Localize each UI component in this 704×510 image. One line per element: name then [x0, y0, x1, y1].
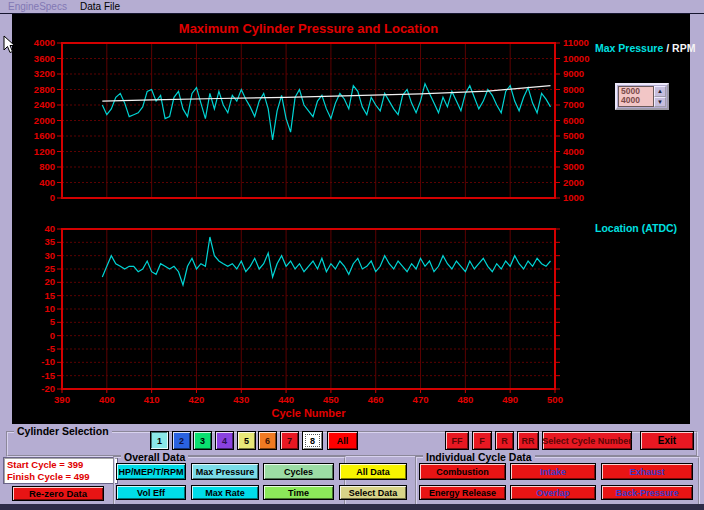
chart-title: Maximum Cylinder Pressure and Location — [62, 21, 555, 36]
left-tick-label: 20 — [44, 276, 55, 287]
rezero-data-button[interactable]: Re-zero Data — [12, 486, 104, 501]
left-tick-label: 10 — [44, 303, 55, 314]
spinner-value-bottom: 4000 — [621, 96, 653, 105]
cylinder-button-2[interactable]: 2 — [172, 431, 191, 450]
right-tick-label: 10000 — [563, 53, 589, 64]
cycle-range-info: Start Cycle = 399 Finish Cycle = 499 — [3, 457, 118, 484]
overlap-button[interactable]: Overlap — [510, 485, 596, 500]
right-tick-label: 4000 — [563, 146, 584, 157]
left-tick-label: 3600 — [34, 53, 55, 64]
individual-cycle-data-label: Individual Cycle Data — [423, 451, 535, 463]
time-button[interactable]: Time — [263, 485, 334, 500]
forward-button[interactable]: F — [472, 431, 492, 450]
cylinder-button-1[interactable]: 1 — [150, 431, 169, 450]
legend-rpm-label: / RPM — [663, 42, 695, 54]
max-pressure-button[interactable]: Max Pressure — [191, 463, 259, 480]
cylinder-button-4[interactable]: 4 — [215, 431, 234, 450]
back-pressure-button[interactable]: Back-Pressure — [601, 485, 693, 500]
hp-mep-t-rpm-button[interactable]: HP/MEP/T/RPM — [116, 463, 186, 480]
left-tick-label: 2400 — [34, 99, 55, 110]
left-tick-label: 1200 — [34, 146, 55, 157]
fast-reverse-button[interactable]: RR — [517, 431, 539, 450]
left-tick-label: 3200 — [34, 68, 55, 79]
intake-button[interactable]: Intake — [510, 463, 596, 480]
right-tick-label: 8000 — [563, 84, 584, 95]
left-tick-label: 30 — [44, 250, 55, 261]
left-tick-label: 1600 — [34, 130, 55, 141]
left-tick-label: 40 — [44, 223, 55, 234]
right-tick-label: 2000 — [563, 177, 584, 188]
max-pressure-rpm-spinner[interactable]: 5000 4000 ▲ ▼ — [615, 83, 669, 110]
all-data-button[interactable]: All Data — [339, 463, 407, 480]
x-tick-label: 440 — [278, 394, 294, 405]
mouse-cursor-icon — [3, 35, 17, 55]
cylinder-button-5[interactable]: 5 — [237, 431, 256, 450]
cylinder-button-8[interactable]: 8 — [302, 431, 323, 450]
right-tick-label: 1000 — [563, 192, 584, 203]
engine-analysis-window: { "window": {"bg": "#b5add2", "panel_bg"… — [0, 0, 704, 510]
select-cycle-number-button[interactable]: Select Cycle Number — [542, 431, 632, 450]
menu-data-file[interactable]: Data File — [80, 0, 120, 13]
left-tick-label: 25 — [44, 263, 55, 274]
x-tick-label: 450 — [323, 394, 339, 405]
left-tick-label: -15 — [41, 370, 55, 381]
legend-pressure-label: Max Pressure — [595, 42, 663, 54]
left-tick-label: 2800 — [34, 84, 55, 95]
menu-bar: EngineSpecs Data File — [0, 0, 704, 14]
right-tick-label: 9000 — [563, 68, 584, 79]
menu-enginespecs[interactable]: EngineSpecs — [8, 0, 67, 13]
cylinder-button-7[interactable]: 7 — [280, 431, 299, 450]
cylinder-selection-label: Cylinder Selection — [14, 425, 112, 437]
fast-forward-button[interactable]: FF — [445, 431, 469, 450]
spinner-up-button[interactable]: ▲ — [654, 86, 666, 97]
combustion-button[interactable]: Combustion — [419, 463, 506, 480]
chart-panel: 4000360032002800240020001600120080040001… — [12, 14, 690, 424]
left-tick-label: 15 — [44, 290, 55, 301]
x-tick-label: 460 — [368, 394, 384, 405]
pressure-location-chart: 4000360032002800240020001600120080040001… — [12, 14, 690, 424]
spinner-down-button[interactable]: ▼ — [654, 97, 666, 108]
series-location — [102, 237, 550, 285]
x-tick-label: 400 — [99, 394, 115, 405]
x-tick-label: 490 — [502, 394, 518, 405]
cylinder-button-3[interactable]: 3 — [193, 431, 212, 450]
x-axis-title: Cycle Number — [272, 407, 347, 419]
x-tick-label: 500 — [547, 394, 563, 405]
right-tick-label: 3000 — [563, 161, 584, 172]
select-data-button[interactable]: Select Data — [339, 485, 407, 500]
right-tick-label: 11000 — [563, 37, 589, 48]
window-bottom-edge — [0, 504, 704, 510]
left-tick-label: 4000 — [34, 37, 55, 48]
left-tick-label: -20 — [41, 383, 55, 394]
x-tick-label: 430 — [233, 394, 249, 405]
cycles-button[interactable]: Cycles — [263, 463, 334, 480]
x-tick-label: 480 — [457, 394, 473, 405]
series-max-pressure — [102, 84, 550, 140]
finish-cycle-text: Finish Cycle = 499 — [7, 471, 117, 483]
vol-eff-button[interactable]: Vol Eff — [116, 485, 186, 500]
exhaust-button[interactable]: Exhaust — [601, 463, 693, 480]
left-tick-label: 800 — [39, 161, 55, 172]
start-cycle-text: Start Cycle = 399 — [7, 459, 117, 471]
left-tick-label: 2000 — [34, 115, 55, 126]
series-rpm — [102, 86, 550, 102]
energy-release-button[interactable]: Energy Release — [419, 485, 506, 500]
left-tick-label: -10 — [41, 356, 55, 367]
x-tick-label: 470 — [413, 394, 429, 405]
overall-data-label: Overall Data — [121, 451, 188, 463]
cylinder-button-all[interactable]: All — [327, 431, 358, 450]
reverse-button[interactable]: R — [495, 431, 514, 450]
x-tick-label: 410 — [144, 394, 160, 405]
left-tick-label: 400 — [39, 177, 55, 188]
x-tick-label: 390 — [54, 394, 70, 405]
spinner-values: 5000 4000 — [618, 86, 654, 107]
max-rate-button[interactable]: Max Rate — [191, 485, 259, 500]
left-tick-label: 5 — [50, 316, 56, 327]
right-tick-label: 7000 — [563, 99, 584, 110]
x-tick-label: 420 — [189, 394, 205, 405]
left-tick-label: 0 — [50, 192, 55, 203]
left-tick-label: -5 — [47, 343, 56, 354]
exit-button[interactable]: Exit — [640, 431, 694, 450]
left-tick-label: 35 — [44, 236, 55, 247]
cylinder-button-6[interactable]: 6 — [258, 431, 277, 450]
